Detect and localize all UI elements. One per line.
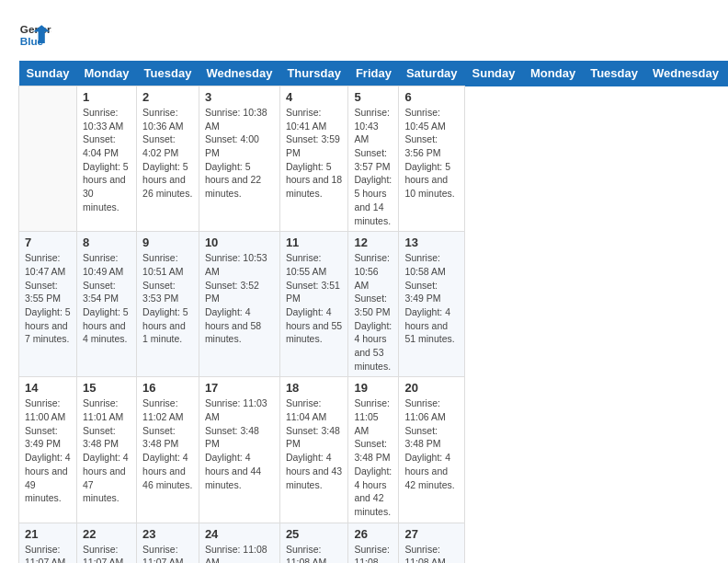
svg-text:General: General (20, 23, 51, 35)
day-number: 1 (83, 90, 131, 104)
day-info: Sunrise: 11:08 AMSunset: 3:51 PMDaylight… (286, 543, 343, 563)
day-number: 8 (83, 236, 131, 249)
day-number: 18 (286, 381, 343, 395)
header-tuesday: Tuesday (137, 61, 199, 86)
calendar-cell: 26Sunrise: 11:08 AMSunset: 3:52 PMDaylig… (348, 523, 399, 563)
calendar-cell: 20Sunrise: 11:06 AMSunset: 3:48 PMDaylig… (399, 377, 465, 523)
day-number: 9 (142, 236, 193, 249)
day-info: Sunrise: 11:05 AMSunset: 3:48 PMDaylight… (354, 396, 392, 518)
day-info: Sunrise: 11:06 AMSunset: 3:48 PMDaylight… (404, 396, 459, 491)
day-info: Sunrise: 10:56 AMSunset: 3:50 PMDaylight… (354, 251, 392, 373)
calendar-cell: 7Sunrise: 10:47 AMSunset: 3:55 PMDayligh… (19, 232, 77, 377)
header-day-sunday: Sunday (465, 61, 523, 86)
calendar-cell: 5Sunrise: 10:43 AMSunset: 3:57 PMDayligh… (348, 86, 399, 232)
calendar-cell: 16Sunrise: 11:02 AMSunset: 3:48 PMDaylig… (137, 377, 199, 523)
calendar-cell: 8Sunrise: 10:49 AMSunset: 3:54 PMDayligh… (76, 232, 136, 377)
day-info: Sunrise: 11:08 AMSunset: 3:53 PMDaylight… (404, 543, 459, 563)
day-number: 25 (286, 527, 343, 541)
calendar-cell: 14Sunrise: 11:00 AMSunset: 3:49 PMDaylig… (19, 377, 77, 523)
day-info: Sunrise: 10:41 AMSunset: 3:59 PMDaylight… (286, 106, 343, 201)
day-number: 21 (25, 527, 71, 541)
day-number: 2 (142, 90, 193, 104)
day-number: 22 (83, 527, 131, 541)
header-monday: Monday (76, 61, 136, 86)
calendar-cell: 22Sunrise: 11:07 AMSunset: 3:49 PMDaylig… (76, 523, 136, 563)
day-info: Sunrise: 11:08 AMSunset: 3:52 PMDaylight… (354, 543, 392, 563)
day-number: 20 (404, 381, 459, 395)
day-number: 14 (25, 381, 71, 395)
day-info: Sunrise: 11:08 AMSunset: 3:50 PMDaylight… (205, 543, 274, 563)
day-number: 16 (142, 381, 193, 395)
day-info: Sunrise: 10:55 AMSunset: 3:51 PMDaylight… (286, 251, 343, 346)
page-header: General Blue (18, 18, 710, 52)
calendar-header-row: SundayMondayTuesdayWednesdayThursdayFrid… (19, 61, 729, 86)
calendar-cell: 18Sunrise: 11:04 AMSunset: 3:48 PMDaylig… (279, 377, 348, 523)
day-number: 27 (404, 527, 459, 541)
calendar-cell: 25Sunrise: 11:08 AMSunset: 3:51 PMDaylig… (279, 523, 348, 563)
header-saturday: Saturday (399, 61, 465, 86)
calendar-week-4: 21Sunrise: 11:07 AMSunset: 3:49 PMDaylig… (19, 523, 729, 563)
calendar-cell: 17Sunrise: 11:03 AMSunset: 3:48 PMDaylig… (199, 377, 279, 523)
calendar-cell: 24Sunrise: 11:08 AMSunset: 3:50 PMDaylig… (199, 523, 279, 563)
day-info: Sunrise: 10:53 AMSunset: 3:52 PMDaylight… (205, 251, 274, 346)
day-number: 4 (286, 90, 343, 104)
day-number: 3 (205, 90, 274, 104)
day-info: Sunrise: 10:38 AMSunset: 4:00 PMDaylight… (205, 106, 274, 201)
day-info: Sunrise: 10:36 AMSunset: 4:02 PMDaylight… (142, 106, 193, 201)
day-info: Sunrise: 11:07 AMSunset: 3:50 PMDaylight… (142, 543, 193, 563)
calendar-table: SundayMondayTuesdayWednesdayThursdayFrid… (18, 61, 728, 563)
day-number: 12 (354, 236, 392, 249)
calendar-week-3: 14Sunrise: 11:00 AMSunset: 3:49 PMDaylig… (19, 377, 729, 523)
calendar-cell: 12Sunrise: 10:56 AMSunset: 3:50 PMDaylig… (348, 232, 399, 377)
calendar-cell: 9Sunrise: 10:51 AMSunset: 3:53 PMDayligh… (137, 232, 199, 377)
day-info: Sunrise: 10:58 AMSunset: 3:49 PMDaylight… (404, 251, 459, 346)
day-info: Sunrise: 10:47 AMSunset: 3:55 PMDaylight… (25, 251, 71, 346)
calendar-cell: 23Sunrise: 11:07 AMSunset: 3:50 PMDaylig… (137, 523, 199, 563)
calendar-cell: 4Sunrise: 10:41 AMSunset: 3:59 PMDayligh… (279, 86, 348, 232)
header-sunday: Sunday (19, 61, 77, 86)
header-friday: Friday (348, 61, 399, 86)
header-day-wednesday: Wednesday (645, 61, 726, 86)
day-info: Sunrise: 10:51 AMSunset: 3:53 PMDaylight… (142, 251, 193, 346)
calendar-week-2: 7Sunrise: 10:47 AMSunset: 3:55 PMDayligh… (19, 232, 729, 377)
calendar-cell: 3Sunrise: 10:38 AMSunset: 4:00 PMDayligh… (199, 86, 279, 232)
calendar-cell (19, 86, 77, 232)
calendar-cell: 10Sunrise: 10:53 AMSunset: 3:52 PMDaylig… (199, 232, 279, 377)
day-info: Sunrise: 10:49 AMSunset: 3:54 PMDaylight… (83, 251, 131, 346)
day-number: 10 (205, 236, 274, 249)
day-number: 5 (354, 90, 392, 104)
calendar-cell: 27Sunrise: 11:08 AMSunset: 3:53 PMDaylig… (399, 523, 465, 563)
calendar-cell: 15Sunrise: 11:01 AMSunset: 3:48 PMDaylig… (76, 377, 136, 523)
calendar-cell: 21Sunrise: 11:07 AMSunset: 3:49 PMDaylig… (19, 523, 77, 563)
day-info: Sunrise: 11:03 AMSunset: 3:48 PMDaylight… (205, 396, 274, 491)
calendar-week-1: 1Sunrise: 10:33 AMSunset: 4:04 PMDayligh… (19, 86, 729, 232)
calendar-cell: 13Sunrise: 10:58 AMSunset: 3:49 PMDaylig… (399, 232, 465, 377)
calendar-cell: 11Sunrise: 10:55 AMSunset: 3:51 PMDaylig… (279, 232, 348, 377)
header-thursday: Thursday (279, 61, 348, 86)
day-number: 6 (404, 90, 459, 104)
day-number: 13 (404, 236, 459, 249)
day-number: 19 (354, 381, 392, 395)
day-number: 15 (83, 381, 131, 395)
day-number: 24 (205, 527, 274, 541)
header-day-tuesday: Tuesday (583, 61, 645, 86)
header-day-monday: Monday (523, 61, 583, 86)
day-info: Sunrise: 10:33 AMSunset: 4:04 PMDaylight… (83, 106, 131, 214)
day-info: Sunrise: 11:04 AMSunset: 3:48 PMDaylight… (286, 396, 343, 491)
day-number: 11 (286, 236, 343, 249)
day-info: Sunrise: 11:07 AMSunset: 3:49 PMDaylight… (83, 543, 131, 563)
header-wednesday: Wednesday (199, 61, 279, 86)
day-number: 7 (25, 236, 71, 249)
logo: General Blue (18, 18, 51, 52)
day-info: Sunrise: 11:00 AMSunset: 3:49 PMDaylight… (25, 396, 71, 505)
calendar-cell: 2Sunrise: 10:36 AMSunset: 4:02 PMDayligh… (137, 86, 199, 232)
day-number: 26 (354, 527, 392, 541)
calendar-cell: 6Sunrise: 10:45 AMSunset: 3:56 PMDayligh… (399, 86, 465, 232)
day-info: Sunrise: 11:01 AMSunset: 3:48 PMDaylight… (83, 396, 131, 505)
calendar-cell: 19Sunrise: 11:05 AMSunset: 3:48 PMDaylig… (348, 377, 399, 523)
day-info: Sunrise: 11:07 AMSunset: 3:49 PMDaylight… (25, 543, 71, 563)
calendar-cell: 1Sunrise: 10:33 AMSunset: 4:04 PMDayligh… (76, 86, 136, 232)
day-number: 23 (142, 527, 193, 541)
logo-icon: General Blue (18, 18, 51, 52)
day-info: Sunrise: 11:02 AMSunset: 3:48 PMDaylight… (142, 396, 193, 491)
